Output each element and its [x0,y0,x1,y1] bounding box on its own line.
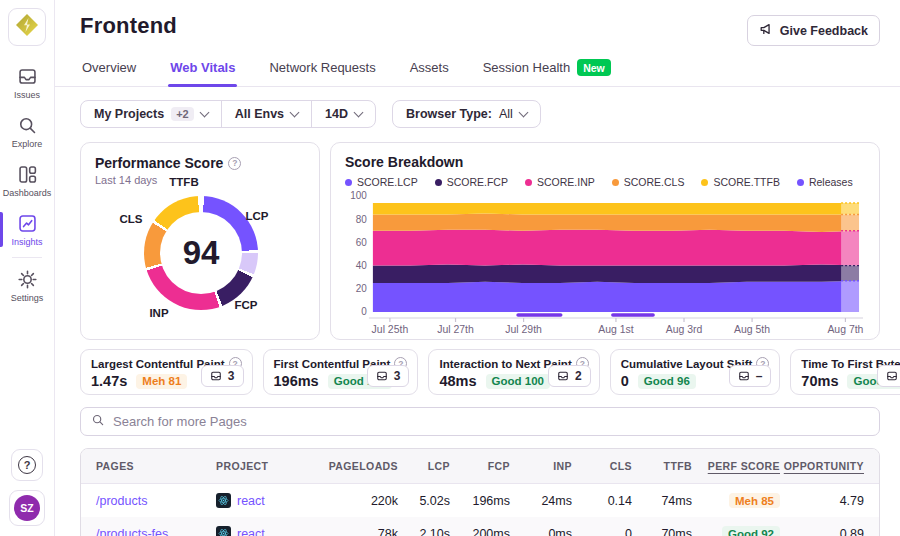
legend-dot-icon [701,179,708,186]
svg-text:Jul 25th: Jul 25th [372,324,409,335]
perf-score-badge: Meh 85 [729,493,780,508]
tab-label: Web Vitals [170,60,235,75]
info-icon[interactable]: ? [228,157,241,170]
browser-type-filter[interactable]: Browser Type: All [393,101,540,127]
tab-assets[interactable]: Assets [408,52,451,86]
svg-text:Aug 5th: Aug 5th [734,324,770,335]
table-row[interactable]: /products-fesreact78k2.10s200ms0ms070msG… [81,517,879,536]
tab-label: Session Health [483,60,570,75]
vital-issue-count: – [756,369,763,383]
legend-item[interactable]: SCORE.TTFB [701,176,780,188]
pageloads-value: 78k [316,527,398,536]
tab-session-health[interactable]: Session HealthNew [481,52,613,86]
sidebar-divider [12,257,42,258]
date-range-filter[interactable]: 14D [311,101,375,127]
page-title: Frontend [80,13,177,39]
sentry-logo-button[interactable] [8,8,46,46]
issues-icon [557,370,569,382]
charts-row: Performance Score ? Last 14 days 94 TTFB… [55,128,900,340]
project-link[interactable]: react [237,527,265,536]
legend-label: SCORE.INP [537,176,595,188]
vital-card-time-to-first-byte[interactable]: Time To First Byte?70msGood 100– [790,349,900,395]
score-breakdown-chart[interactable]: 020406080100Jul 25thJul 27thJul 29thAug … [345,190,865,336]
svg-text:Jul 27th: Jul 27th [437,324,474,335]
environments-filter[interactable]: All Envs [221,101,311,127]
svg-text:Aug 3rd: Aug 3rd [666,324,703,335]
tab-network-requests[interactable]: Network Requests [267,52,377,86]
dashboards-icon [17,164,38,185]
legend-dot-icon [797,179,804,186]
sidebar-item-insights[interactable]: Insights [0,205,54,254]
vital-issue-count: 3 [228,369,235,383]
issues-icon [738,370,750,382]
vital-score-badge: Good 100 [486,374,550,389]
cls-value: 0.14 [572,494,632,508]
sidebar-item-label: Explore [12,139,43,149]
sidebar-item-issues[interactable]: Issues [0,58,54,107]
svg-text:60: 60 [356,237,368,248]
column-header-perf-score[interactable]: PERF SCORE [692,460,780,472]
donut-label-ttfb: TTFB [169,176,198,188]
vital-value: 196ms [274,373,319,389]
legend-item[interactable]: SCORE.LCP [345,176,418,188]
vital-value: 70ms [801,373,838,389]
opportunity-value: 0.89 [780,527,864,536]
vital-issues-button[interactable]: – [729,365,772,387]
legend-item[interactable]: SCORE.CLS [612,176,685,188]
user-menu-button[interactable]: SZ [9,490,45,526]
lcp-value: 2.10s [398,527,450,536]
column-header-lcp: LCP [398,460,450,472]
issues-icon [376,370,388,382]
search-icon [17,115,38,136]
pageloads-value: 220k [316,494,398,508]
sidebar-item-settings[interactable]: Settings [0,261,54,310]
issues-icon [886,370,898,382]
give-feedback-button[interactable]: Give Feedback [747,15,880,46]
donut-label-inp: INP [149,307,168,319]
vital-value: 48ms [439,373,476,389]
vital-score-badge: Good 96 [638,374,696,389]
svg-text:Jul 29th: Jul 29th [505,324,542,335]
ttfb-value: 70ms [632,527,692,536]
tab-label: Network Requests [269,60,375,75]
tab-web-vitals[interactable]: Web Vitals [168,52,237,86]
vital-issues-button[interactable]: 2 [548,365,591,387]
tab-label: Overview [82,60,136,75]
project-cell: react [216,526,316,536]
projects-filter[interactable]: My Projects +2 [81,101,221,127]
legend-item[interactable]: SCORE.INP [525,176,595,188]
app-logo-icon [14,12,40,42]
chevron-down-icon [290,108,300,118]
table-row[interactable]: /productsreact220k5.02s196ms24ms0.1474ms… [81,484,879,517]
topbar: Frontend Give Feedback [55,0,900,48]
column-header-opportunity[interactable]: OPPORTUNITY [780,460,864,472]
donut-label-cls: CLS [120,213,143,225]
column-header-pageloads: PAGELOADS [316,460,398,472]
legend-label: Releases [809,176,853,188]
vital-card-interaction-to-next-paint[interactable]: Interaction to Next Paint?48msGood 1002 [428,349,599,395]
inp-value: 0ms [510,527,572,536]
page-link[interactable]: /products-fes [96,527,168,536]
help-button[interactable]: ? [11,449,43,481]
legend-item[interactable]: SCORE.FCP [435,176,508,188]
legend-dot-icon [525,179,532,186]
pages-search-bar[interactable] [80,407,880,436]
page-filter-group: My Projects +2 All Envs 14D [80,100,376,128]
vital-issues-button[interactable]: – [877,365,900,387]
sidebar-item-explore[interactable]: Explore [0,107,54,156]
vital-card-largest-contentful-paint[interactable]: Largest Contentful Paint?1.47sMeh 813 [80,349,253,395]
sidebar-item-dashboards[interactable]: Dashboards [0,156,54,205]
sidebar-bottom: ? SZ [9,449,45,536]
chevron-down-icon [199,108,209,118]
vital-card-cumulative-layout-shift[interactable]: Cumulative Layout Shift?0Good 96– [610,349,781,395]
search-input[interactable] [113,414,869,429]
vital-card-first-contentful-paint[interactable]: First Contentful Paint?196msGood 1003 [263,349,419,395]
table-header-row: PAGESPROJECTPAGELOADSLCPFCPINPCLSTTFBPER… [81,449,879,484]
legend-item[interactable]: Releases [797,176,853,188]
page-link[interactable]: /products [96,494,147,508]
project-link[interactable]: react [237,494,265,508]
vital-issues-button[interactable]: 3 [367,365,410,387]
tab-overview[interactable]: Overview [80,52,138,86]
column-header-project: PROJECT [216,460,316,472]
vital-issues-button[interactable]: 3 [201,365,244,387]
